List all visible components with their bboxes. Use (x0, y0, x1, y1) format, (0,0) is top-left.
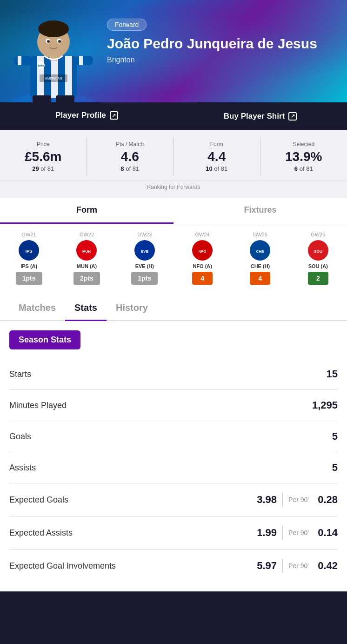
gw-card-25: GW25 CHE CHE (H) 4 (231, 229, 289, 288)
sou-badge: SOU (308, 240, 328, 261)
xa-per90-value: 0.14 (314, 527, 338, 539)
nfo-badge: NFO (192, 240, 213, 261)
xa-row: Expected Assists 1.99 Per 90' 0.14 (9, 517, 338, 550)
xg-value: 3.98 (249, 494, 277, 506)
player-club: Brighton (107, 56, 338, 64)
minutes-label: Minutes Played (9, 401, 67, 410)
xg-per90-value: 0.28 (314, 494, 338, 506)
svg-point-17 (58, 40, 61, 43)
goals-label: Goals (9, 432, 31, 442)
xgi-per90-label: Per 90' (288, 562, 309, 570)
fixtures-section-tab[interactable]: Fixtures (174, 198, 347, 224)
form-label: Form (179, 141, 254, 148)
gw-card-23: GW23 EVE EVE (H) 1pts (116, 229, 174, 288)
starts-label: Starts (9, 369, 31, 379)
xg-per90-label: Per 90' (288, 496, 309, 503)
player-profile-tab[interactable]: Player Profile (0, 102, 174, 130)
xa-value: 1.99 (249, 527, 277, 539)
gw25-pts: 4 (250, 272, 270, 285)
matches-tab[interactable]: Matches (9, 297, 65, 321)
price-rank: 29 of 81 (6, 165, 81, 172)
svg-text:EVE: EVE (141, 249, 149, 254)
buy-shirt-label: Buy Player Shirt (224, 112, 285, 121)
xgi-numbers: 5.97 Per 90' 0.42 (249, 559, 338, 573)
svg-rect-9 (75, 56, 93, 65)
player-profile-label: Player Profile (55, 111, 106, 120)
mun-badge: MUN (76, 240, 97, 261)
svg-text:SOU: SOU (314, 249, 322, 254)
season-stats-button[interactable]: Season Stats (9, 330, 80, 349)
form-stat: Form 4.4 10 of 81 (174, 137, 260, 176)
player-name: João Pedro Junqueira de Jesus (107, 35, 338, 52)
action-tabs: Player Profile Buy Player Shirt (0, 102, 347, 130)
pts-label: Pts / Match (93, 141, 168, 148)
goals-value: 5 (310, 430, 338, 443)
form-rank: 10 of 81 (179, 165, 254, 172)
svg-text:IPS: IPS (26, 249, 33, 254)
section-tabs: Form Fixtures (0, 198, 347, 224)
svg-rect-10 (18, 56, 21, 65)
svg-rect-11 (79, 56, 83, 65)
price-label: Price (6, 141, 81, 148)
form-value: 4.4 (179, 150, 254, 163)
minutes-row: Minutes Played 1,295 (9, 390, 338, 421)
xg-numbers: 3.98 Per 90' 0.28 (249, 493, 338, 507)
xg-row: Expected Goals 3.98 Per 90' 0.28 (9, 483, 338, 517)
price-value: £5.6m (6, 150, 81, 163)
goals-row: Goals 5 (9, 421, 338, 452)
che-badge: CHE (250, 240, 270, 261)
gw22-pts: 2pts (73, 272, 100, 285)
pts-value: 4.6 (93, 150, 168, 163)
ranking-label: Ranking for Forwards (0, 181, 347, 192)
assists-label: Assists (9, 463, 36, 473)
svg-point-16 (47, 40, 50, 43)
gw26-label: GW26 (311, 232, 325, 237)
assists-value: 5 (310, 462, 338, 474)
external-link-icon-2 (288, 112, 297, 121)
assists-row: Assists 5 (9, 452, 338, 483)
gw21-pts: 1pts (16, 272, 42, 285)
history-tab[interactable]: History (107, 297, 157, 321)
stats-grid: Price £5.6m 29 of 81 Pts / Match 4.6 8 o… (0, 137, 347, 176)
gw-card-21: GW21 IPS IPS (A) 1pts (0, 229, 58, 288)
gw-card-24: GW24 NFO NFO (A) 4 (174, 229, 231, 288)
xgi-label: Expected Goal Involvements (9, 561, 116, 571)
season-stats-section: Season Stats Starts 15 Minutes Played 1,… (0, 321, 347, 591)
gw23-pts: 1pts (131, 272, 158, 285)
gw-card-26: GW26 SOU SOU (A) 2 (289, 229, 347, 288)
gw25-match: CHE (H) (251, 263, 270, 269)
gw26-match: SOU (A) (308, 263, 328, 269)
svg-text:BHA: BHA (38, 64, 45, 67)
gw23-label: GW23 (137, 232, 152, 237)
pts-stat: Pts / Match 4.6 8 of 81 (87, 137, 174, 176)
divider (282, 493, 283, 507)
xa-numbers: 1.99 Per 90' 0.14 (249, 526, 338, 540)
starts-row: Starts 15 (9, 359, 338, 390)
gw22-label: GW22 (80, 232, 94, 237)
price-stat: Price £5.6m 29 of 81 (0, 137, 87, 176)
player-info: Forward João Pedro Junqueira de Jesus Br… (107, 9, 338, 64)
divider3 (282, 559, 283, 573)
starts-numbers: 15 (310, 368, 338, 380)
gw23-match: EVE (H) (135, 263, 154, 269)
gw-card-22: GW22 MUN MUN (A) 2pts (58, 229, 115, 288)
gw24-label: GW24 (195, 232, 210, 237)
nav-tabs: Matches Stats History (0, 292, 347, 321)
gw24-match: NFO (A) (193, 263, 212, 269)
starts-value: 15 (310, 368, 338, 380)
gw24-pts: 4 (192, 272, 213, 285)
xg-label: Expected Goals (9, 495, 68, 505)
xa-label: Expected Assists (9, 528, 73, 538)
stats-tab[interactable]: Stats (65, 297, 107, 321)
minutes-value: 1,295 (310, 399, 338, 411)
form-section-tab[interactable]: Form (0, 198, 174, 224)
gw26-pts: 2 (308, 272, 328, 285)
gw21-match: IPS (A) (20, 263, 37, 269)
gw25-label: GW25 (253, 232, 267, 237)
goals-numbers: 5 (310, 430, 338, 443)
ips-badge: IPS (19, 240, 39, 261)
stats-banner: Price £5.6m 29 of 81 Pts / Match 4.6 8 o… (0, 130, 347, 198)
gw22-match: MUN (A) (77, 263, 97, 269)
buy-shirt-tab[interactable]: Buy Player Shirt (174, 102, 347, 130)
svg-point-6 (38, 20, 69, 37)
